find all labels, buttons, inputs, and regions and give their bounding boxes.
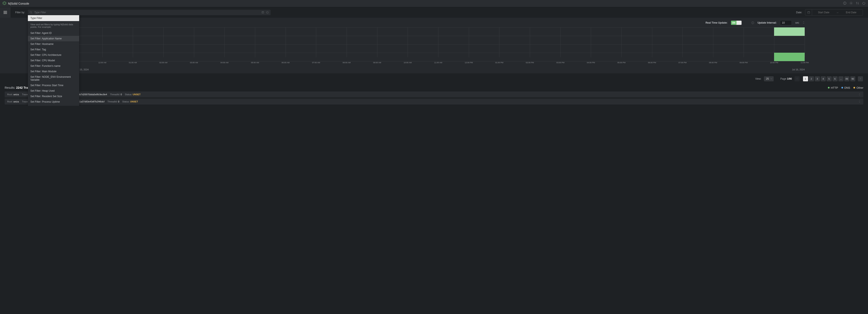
chart-x-tick: 08:00 AM: [343, 62, 351, 64]
save-filter-icon[interactable]: [261, 11, 264, 14]
legend-dot: [828, 87, 830, 89]
chart-x-tick: 12:00 PM: [465, 62, 473, 64]
page-button[interactable]: 1: [803, 76, 808, 81]
view-select[interactable]: 25: [764, 76, 774, 81]
dropdown-item[interactable]: Set Filter: Agent ID: [28, 30, 79, 36]
results-header: Results: 2242 Traces HTTPDNSOther: [5, 86, 863, 89]
chart-gridline: [621, 27, 622, 57]
chart-x-tick: 07:00 AM: [312, 62, 320, 64]
chart-x-tick: 08:00 PM: [709, 62, 717, 64]
legend-label: DNS: [844, 86, 850, 89]
help-icon[interactable]: [843, 1, 846, 5]
toggle-knob: [737, 21, 742, 25]
svg-marker-1: [4, 2, 5, 4]
page-button[interactable]: 2: [809, 76, 814, 81]
start-date-input[interactable]: [812, 11, 835, 14]
dropdown-item[interactable]: Set Filter: Heap Used: [28, 88, 79, 94]
legend-label: Other: [857, 86, 863, 89]
page-button[interactable]: ...: [838, 76, 843, 81]
filter-bar: Filter by: Type Filter View and set filt…: [0, 7, 868, 18]
svg-point-3: [845, 4, 845, 4]
expand-icon[interactable]: [858, 93, 861, 96]
chart-x-tick: 04:00 PM: [587, 62, 595, 64]
chart-x-tick: 12:00 AM: [98, 62, 106, 64]
dropdown-item[interactable]: Set Filter: Function's name: [28, 63, 79, 69]
realtime-label: Real Time Update:: [706, 21, 727, 24]
chart-section: Real Time Update: ON Update Interval: se…: [0, 18, 868, 73]
dropdown-item[interactable]: Set Filter: Resident Set Size: [28, 94, 79, 99]
page-button[interactable]: 3: [815, 76, 820, 81]
filter-input[interactable]: [34, 11, 260, 14]
chart-x-tick: 03:00 AM: [190, 62, 198, 64]
legend-item: HTTP: [828, 86, 838, 89]
chart-gridline: [560, 27, 561, 57]
dropdown-item[interactable]: Set Filter: User: [28, 105, 79, 106]
interval-input[interactable]: [780, 20, 792, 25]
history-icon[interactable]: [266, 11, 269, 14]
chart-x-tick: 11:00 PM: [801, 62, 809, 64]
dropdown-item[interactable]: Set Filter: CPU Model: [28, 58, 79, 63]
chart-x-tick: 09:00 AM: [373, 62, 381, 64]
dropdown-item[interactable]: Set Filter: Process Start Time: [28, 82, 79, 88]
filter-input-container: Type Filter View and set filters by typi…: [28, 10, 271, 15]
chart-gridline: [163, 27, 164, 57]
dropdown-item[interactable]: Set Filter: Application Name: [28, 36, 79, 41]
chart-x-tick: 11:00 AM: [434, 62, 442, 64]
chart: 754188349511:00 PM12:00 AM01:00 AM02:00 …: [72, 27, 805, 61]
chart-gridline: [530, 27, 530, 57]
end-date-input[interactable]: [839, 11, 863, 14]
trace-row[interactable]: Root: aeizaTrace start: Jul 16 22:07:18.…: [5, 92, 863, 97]
chart-x-tick: 10:00 AM: [404, 62, 412, 64]
logo-icon: [3, 1, 6, 6]
results-section: Results: 2242 Traces HTTPDNSOther Root: …: [0, 84, 868, 105]
gear-icon[interactable]: [849, 1, 853, 5]
chart-gridline: [652, 27, 652, 57]
chart-x-tick: 06:00 PM: [648, 62, 656, 64]
calendar-icon[interactable]: [805, 9, 812, 15]
date-label: Date:: [796, 11, 802, 14]
power-icon[interactable]: [862, 1, 865, 5]
svg-point-4: [851, 3, 851, 4]
svg-rect-7: [807, 11, 810, 13]
chart-x-tick: 04:00 AM: [220, 62, 228, 64]
chart-gridline: [713, 27, 713, 57]
page-prev-button[interactable]: [795, 76, 800, 81]
pagination-bar: View: 25 Page 1/90 123456...8990: [0, 73, 868, 84]
page-button[interactable]: 4: [821, 76, 826, 81]
menu-button[interactable]: [0, 7, 10, 18]
page-label: Page 1/90: [780, 77, 792, 80]
dropdown-item[interactable]: Set Filter: Main Module: [28, 69, 79, 74]
dropdown-item[interactable]: Set Filter: CPU Architecture: [28, 52, 79, 58]
info-icon[interactable]: [751, 21, 754, 24]
svg-point-5: [30, 11, 32, 13]
dropdown-item[interactable]: Set Filter: Hostname: [28, 41, 79, 47]
dropdown-hint: View and set filters by typing N|Solid d…: [28, 21, 79, 30]
legend: HTTPDNSOther: [828, 86, 863, 89]
dropdown-item[interactable]: Set Filter: Tag: [28, 47, 79, 52]
chart-x-tick: 07:00 PM: [678, 62, 687, 64]
chart-x-tick: 03:00 PM: [556, 62, 564, 64]
compare-icon[interactable]: [856, 1, 859, 5]
legend-dot: [854, 87, 855, 89]
page-button[interactable]: 5: [827, 76, 832, 81]
realtime-toggle[interactable]: ON: [731, 21, 742, 25]
legend-label: HTTP: [831, 86, 838, 89]
page-button[interactable]: 6: [833, 76, 838, 81]
chart-bar: [774, 53, 805, 61]
chart-gridline: [591, 27, 591, 57]
page-button[interactable]: 89: [844, 76, 849, 81]
page-next-button[interactable]: [858, 76, 863, 81]
chart-x-tick: 10:00 PM: [770, 62, 778, 64]
trace-row[interactable]: Root: aeizaTrace start: Jul 16 22:07:18.…: [5, 99, 863, 105]
chart-gridline: [682, 27, 683, 57]
filter-by-label: Filter by:: [15, 11, 25, 14]
chart-x-tick: 06:00 AM: [282, 62, 290, 64]
page-button[interactable]: 90: [850, 76, 855, 81]
dropdown-item[interactable]: Set Filter: NODE_ENV Environment Variabl…: [28, 74, 79, 82]
date-range-arrow-icon: →: [835, 11, 839, 14]
chart-x-tick: 01:00 PM: [495, 62, 503, 64]
interval-stepper[interactable]: [803, 21, 805, 25]
chart-gridline: [805, 27, 805, 57]
dropdown-item[interactable]: Set Filter: Process Uptime: [28, 99, 79, 105]
expand-icon[interactable]: [858, 100, 861, 103]
